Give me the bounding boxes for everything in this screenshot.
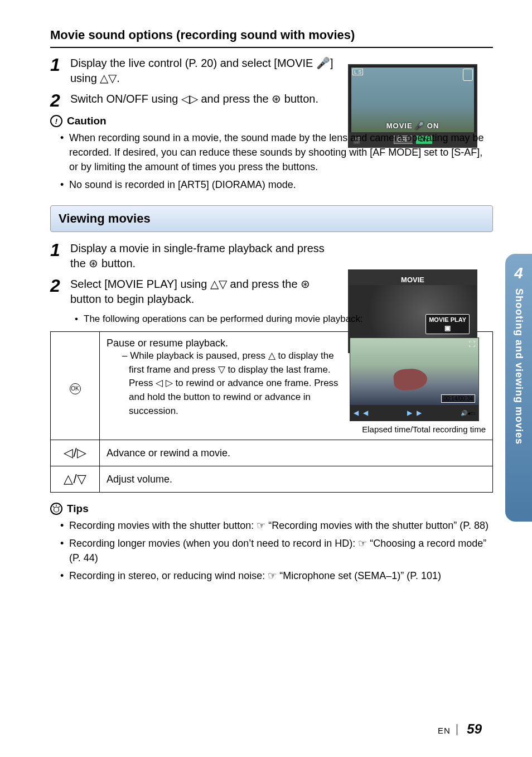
pause-resume-detail: – While playback is paused, press △ to d… — [122, 349, 341, 418]
subject-shape — [393, 368, 428, 391]
rewind-icon: ◀◀ — [354, 409, 373, 417]
up-down-cell: △/▽ — [51, 466, 100, 493]
tips-heading: Tips — [50, 503, 493, 515]
tips-item-1: Recording movies with the shutter button… — [60, 518, 493, 533]
step-number-2: 2 — [50, 91, 70, 109]
section2-step1: 1 Display a movie in single-frame playba… — [50, 241, 493, 271]
volume-hint-icon: 🔊◂▭ — [461, 410, 475, 416]
section2-sub-bullet: The following operations can be performe… — [75, 312, 493, 326]
movie-menu-title: MOVIE — [349, 274, 476, 286]
ok-button-cell: OK — [51, 332, 100, 440]
caution-item-1: When recording sound in a movie, the sou… — [60, 131, 493, 174]
ok-button-icon: OK — [70, 383, 81, 394]
caution-icon: ! — [50, 115, 62, 127]
svg-point-0 — [54, 507, 59, 512]
svg-line-3 — [59, 507, 60, 508]
caution-list: When recording sound in a movie, the sou… — [60, 131, 493, 192]
expand-icon: ⛶ — [468, 340, 475, 348]
ls-indicator: L S — [352, 69, 363, 75]
tips-list: Recording movies with the shutter button… — [60, 518, 493, 583]
tips-item-2: Recording longer movies (when you don’t … — [60, 536, 493, 565]
ok-description-cell: Pause or resume playback. – While playba… — [100, 332, 493, 440]
table-row: OK Pause or resume playback. – While pla… — [51, 332, 493, 440]
footer-lang: EN — [438, 726, 451, 735]
chapter-number: 4 — [509, 264, 528, 283]
section2-heading: Viewing movies — [50, 205, 493, 232]
section2-sub-bullet-list: The following operations can be performe… — [75, 312, 493, 326]
forward-icon: ▶▶ — [407, 409, 426, 417]
tips-section: Tips Recording movies with the shutter b… — [50, 503, 493, 583]
advance-rewind-cell: Advance or rewind a movie. — [100, 440, 493, 466]
svg-line-2 — [53, 507, 54, 508]
caution-item-2: No sound is recorded in [ART5] (DIORAMA)… — [60, 177, 493, 192]
step-number-1b: 1 — [50, 241, 70, 259]
tips-label: Tips — [67, 503, 89, 515]
step-number-2b: 2 — [50, 277, 70, 295]
table-row: ◁/▷ Advance or rewind a movie. — [51, 440, 493, 466]
playback-screenshot: ⛶ 00:14/00:34 ◀◀ ▶▶ 🔊◂▭ — [350, 337, 479, 421]
chapter-title-vertical: Shooting and viewing movies — [513, 288, 525, 445]
table-row: △/▽ Adjust volume. — [51, 466, 493, 493]
playback-bottom-bar: ◀◀ ▶▶ 🔊◂▭ — [350, 405, 478, 421]
tips-item-3: Recording in stereo, or reducing wind no… — [60, 568, 493, 583]
caution-label: Caution — [67, 115, 107, 127]
section1-heading: Movie sound options (recording sound wit… — [50, 28, 493, 48]
footer-page-number: 59 — [467, 721, 482, 736]
elapsed-time-indicator: 00:14/00:34 — [441, 394, 475, 403]
step-number-1: 1 — [50, 56, 70, 74]
section2-step1-text: Display a movie in single-frame playback… — [70, 241, 493, 271]
footer-divider — [457, 724, 458, 735]
playback-operations-table: OK Pause or resume playback. – While pla… — [50, 331, 493, 493]
pause-resume-lead: Pause or resume playback. — [107, 337, 341, 349]
left-right-cell: ◁/▷ — [51, 440, 100, 466]
page: 4 Shooting and viewing movies Movie soun… — [0, 0, 532, 757]
movie-mic-label: MOVIE 🎤 ON — [386, 122, 439, 130]
mic-indicator-icon — [463, 69, 473, 81]
elapsed-time-caption: Elapsed time/Total recording time — [350, 425, 486, 434]
chapter-side-tab: 4 Shooting and viewing movies — [505, 254, 532, 522]
page-footer: EN 59 — [438, 721, 482, 737]
tips-icon — [50, 503, 62, 515]
adjust-volume-cell: Adjust volume. — [100, 466, 493, 493]
